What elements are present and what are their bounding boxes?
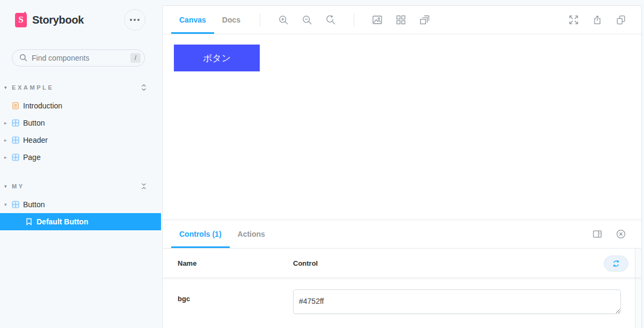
story-canvas: ボタン [163,34,641,220]
logo-letter: S [18,14,23,25]
caret-down-icon: ▾ [4,184,12,189]
caret-down-icon: ▾ [4,202,12,207]
expand-all-icon[interactable] [141,84,147,91]
zoom-in-icon[interactable] [272,6,295,34]
item-label: Page [23,153,41,162]
zoom-reset-icon[interactable] [319,6,342,34]
share-icon[interactable] [586,6,609,34]
item-label: Button [23,200,45,209]
preview-toolbar: Canvas Docs [163,6,641,34]
sidebar-item-introduction[interactable]: Introduction [0,97,161,114]
item-label: Default Button [36,217,88,226]
search-input[interactable] [12,49,145,67]
caret-down-icon: ▾ [4,85,12,90]
sidebar: S Storybook / ▾ EXAMPLE [0,0,161,328]
change-background-icon[interactable] [365,6,389,34]
grow-viewport-icon[interactable] [413,6,436,34]
menu-button[interactable] [124,9,145,31]
reset-controls-button[interactable] [604,256,628,272]
sidebar-item-header[interactable]: ▸ Header [0,132,161,149]
grid-icon[interactable] [389,6,413,34]
controls-panel-body: Name Control bgc #4752ff [163,249,641,328]
tab-controls[interactable]: Controls (1) [171,220,230,248]
bgc-value-input[interactable]: #4752ff [293,289,621,314]
section-label: MY [12,183,141,189]
component-icon [12,201,19,208]
component-icon [12,136,19,144]
item-label: Header [23,136,48,144]
bookmark-icon [26,218,32,225]
tab-actions[interactable]: Actions [230,220,273,248]
collapse-all-icon[interactable] [141,183,147,190]
sidebar-item-page[interactable]: ▸ Page [0,149,161,166]
tab-docs[interactable]: Docs [214,6,248,34]
tab-canvas[interactable]: Canvas [171,6,214,34]
main-area: Canvas Docs [161,0,644,328]
item-label: Button [23,119,45,127]
search-box: / [12,49,145,67]
search-icon [19,54,27,62]
section-label: EXAMPLE [12,84,141,91]
column-header-control: Control [293,259,318,267]
addons-panel: Controls (1) Actions [163,220,641,328]
panel-tools [586,220,633,248]
preview-card: Canvas Docs [162,5,642,328]
document-icon [12,102,19,110]
item-label: Introduction [23,101,62,110]
window-tools [562,6,633,34]
sidebar-item-button[interactable]: ▸ Button [0,114,161,132]
sidebar-header: S Storybook [0,0,161,31]
storybook-logo-icon: S [15,13,27,27]
my-tree: ▾ Button Default Button [0,196,161,230]
section-header-my[interactable]: ▾ MY [0,181,161,191]
open-in-new-tab-icon[interactable] [609,6,633,34]
addons-tabbar: Controls (1) Actions [163,220,641,249]
component-icon [12,154,19,161]
controls-table-header: Name Control [163,249,641,278]
section-header-example[interactable]: ▾ EXAMPLE [0,83,161,92]
app-title: Storybook [32,14,124,26]
component-icon [12,119,19,127]
caret-right-icon: ▸ [4,155,12,160]
toolbar-separator [354,13,354,26]
search-shortcut-badge: / [130,53,141,63]
sidebar-item-default-button[interactable]: Default Button [0,213,161,230]
caret-right-icon: ▸ [4,137,12,143]
caret-right-icon: ▸ [4,120,12,126]
sidebar-item-my-button[interactable]: ▾ Button [0,196,161,213]
fullscreen-icon[interactable] [562,6,586,34]
column-header-name: Name [178,259,293,267]
control-name: bgc [178,289,293,303]
control-row-bgc: bgc #4752ff [163,278,641,316]
example-tree: Introduction ▸ Button ▸ Header ▸ [0,97,161,166]
zoom-out-icon[interactable] [295,6,319,34]
toolbar-separator [260,13,260,26]
close-panel-icon[interactable] [609,220,633,248]
change-orientation-icon[interactable] [586,220,609,248]
story-button[interactable]: ボタン [174,45,260,71]
